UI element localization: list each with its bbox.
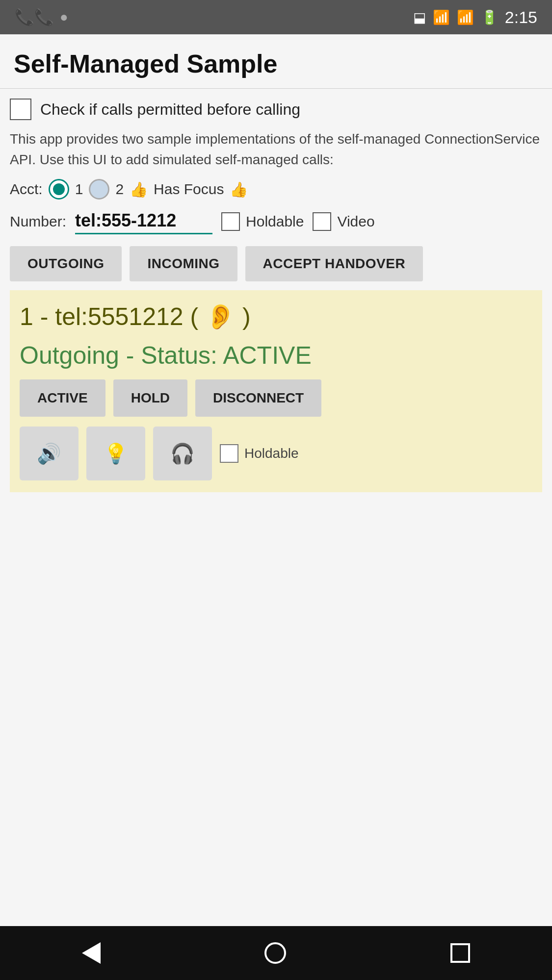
home-button[interactable]: [264, 942, 286, 964]
check-calls-row[interactable]: Check if calls permitted before calling: [10, 99, 542, 120]
has-focus-emoji: 👍: [230, 181, 248, 198]
voicemail-icon: 📞📞: [15, 8, 54, 26]
app-title-bar: Self-Managed Sample: [0, 34, 552, 89]
holdable-checkbox[interactable]: [221, 212, 240, 231]
bluetooth-icon: ⬓: [413, 9, 426, 25]
number-input[interactable]: [75, 208, 212, 234]
incoming-button[interactable]: INCOMING: [130, 246, 237, 281]
holdable-label: Holdable: [246, 213, 304, 230]
video-row: Video: [313, 212, 374, 231]
status-bar-left: 📞📞 ●: [15, 8, 68, 26]
speaker-icon: 🔊: [37, 442, 61, 465]
call-holdable-row: Holdable: [220, 444, 299, 463]
speaker-button[interactable]: 🔊: [20, 427, 79, 480]
check-calls-label: Check if calls permitted before calling: [40, 101, 300, 119]
call-info-text: 1 - tel:5551212 ( 👂 ): [20, 302, 532, 331]
hold-button[interactable]: HOLD: [113, 379, 187, 417]
number-row: Number: Holdable Video: [10, 208, 542, 234]
account-row: Acct: 1 2 👍 Has Focus 👍: [10, 179, 542, 200]
description-text: This app provides two sample implementat…: [10, 129, 542, 170]
disconnect-button[interactable]: DISCONNECT: [195, 379, 321, 417]
acct-label: Acct:: [10, 181, 43, 198]
accept-handover-button[interactable]: ACCEPT HANDOVER: [245, 246, 423, 281]
action-buttons-row: OUTGOING INCOMING ACCEPT HANDOVER: [10, 246, 542, 281]
signal-icon: 📶: [457, 9, 474, 25]
status-bar: 📞📞 ● ⬓ 📶 📶 🔋 2:15: [0, 0, 552, 34]
nav-bar: [0, 926, 552, 980]
number-label: Number:: [10, 213, 66, 230]
active-button[interactable]: ACTIVE: [20, 379, 105, 417]
circle-icon: ●: [60, 9, 68, 25]
battery-icon: 🔋: [481, 9, 498, 25]
status-time: 2:15: [505, 8, 537, 27]
call-holdable-checkbox[interactable]: [220, 444, 238, 463]
bulb-icon: 💡: [104, 442, 128, 465]
call-holdable-label: Holdable: [244, 446, 299, 461]
recents-button[interactable]: [450, 943, 470, 963]
back-button[interactable]: [82, 942, 101, 964]
main-content: Check if calls permitted before calling …: [0, 89, 552, 502]
call-status-text: Outgoing - Status: ACTIVE: [20, 341, 532, 370]
call-panel: 1 - tel:5551212 ( 👂 ) Outgoing - Status:…: [10, 290, 542, 492]
acct2-radio[interactable]: [89, 179, 109, 200]
video-checkbox[interactable]: [313, 212, 331, 231]
headphones-button[interactable]: 🎧: [153, 427, 212, 480]
call-action-buttons-row: ACTIVE HOLD DISCONNECT: [20, 379, 532, 417]
check-calls-checkbox[interactable]: [10, 99, 31, 120]
bulb-button[interactable]: 💡: [86, 427, 145, 480]
headphones-icon: 🎧: [170, 442, 195, 465]
acct1-num: 1: [75, 181, 83, 198]
acct2-num: 2: [115, 181, 124, 198]
holdable-row: Holdable: [221, 212, 304, 231]
app-title: Self-Managed Sample: [14, 49, 538, 78]
wifi-icon: 📶: [433, 9, 450, 25]
video-label: Video: [337, 213, 374, 230]
acct1-radio[interactable]: [49, 179, 69, 200]
thumbs-up-icon: 👍: [130, 181, 148, 198]
status-bar-right: ⬓ 📶 📶 🔋 2:15: [413, 8, 537, 27]
app-content: Self-Managed Sample Check if calls permi…: [0, 34, 552, 926]
has-focus-label: Has Focus: [154, 181, 224, 198]
outgoing-button[interactable]: OUTGOING: [10, 246, 122, 281]
